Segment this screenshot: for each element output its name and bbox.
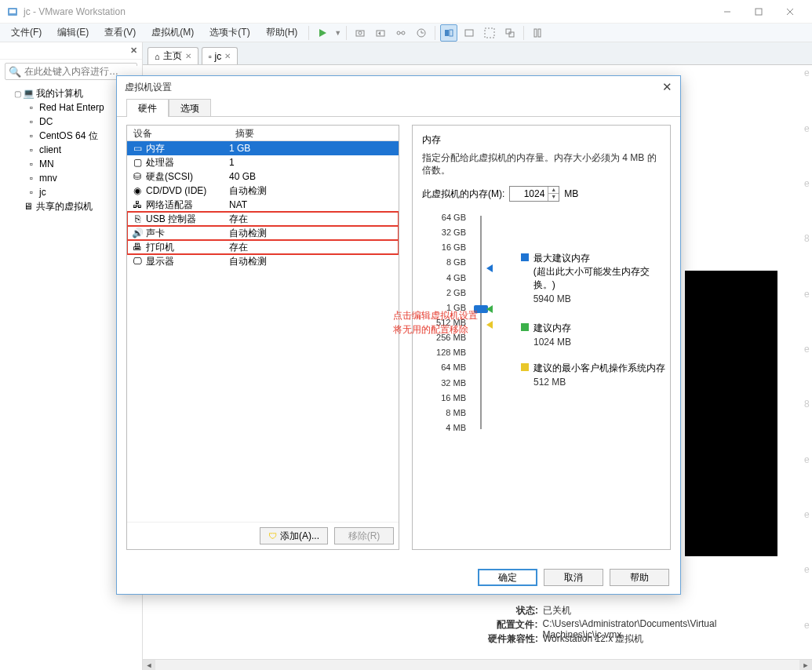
menu-view[interactable]: 查看(V)	[98, 24, 142, 41]
device-name: 显示器	[144, 255, 229, 268]
svg-point-8	[359, 31, 362, 35]
separator	[346, 26, 347, 40]
cancel-button[interactable]: 取消	[544, 569, 603, 586]
snapshot-icon[interactable]	[351, 24, 369, 42]
tab-label: 主页	[163, 49, 182, 63]
dialog-title: 虚拟机设置	[125, 81, 172, 94]
cd-icon: ◉	[130, 185, 144, 196]
play-dropdown-icon[interactable]: ▼	[334, 29, 341, 37]
fullscreen-icon[interactable]	[481, 24, 498, 42]
device-summary: 自动检测	[229, 227, 399, 240]
svg-rect-21	[506, 29, 511, 34]
minimize-button[interactable]	[712, 2, 743, 21]
manage-snapshot-icon[interactable]	[392, 24, 410, 42]
device-name: 声卡	[144, 227, 229, 240]
legend-label: 建议的最小客户机操作系统内存	[533, 362, 665, 375]
square-icon	[521, 363, 529, 371]
remove-button[interactable]: 移除(R)	[334, 527, 394, 544]
net-icon: 🖧	[130, 199, 144, 210]
device-summary: 1 GB	[229, 143, 399, 154]
memory-slider[interactable]: 64 GB32 GB16 GB8 GB4 GB2 GB1 GB512 MB256…	[425, 213, 661, 432]
scale-label: 64 GB	[442, 213, 466, 222]
hardware-row-hdd[interactable]: ⛁硬盘(SCSI)40 GB	[127, 169, 399, 184]
titlebar: jc - VMware Workstation	[0, 0, 812, 24]
usb-icon: ⎘	[130, 213, 144, 224]
memory-spinner[interactable]: ▲▼	[509, 186, 559, 202]
scale-label: 8 MB	[446, 408, 466, 417]
hardware-list[interactable]: ▭内存1 GB▢处理器1⛁硬盘(SCSI)40 GB◉CD/DVD (IDE)自…	[127, 141, 399, 522]
svg-point-11	[397, 31, 400, 35]
hardware-row-usb[interactable]: ⎘USB 控制器存在	[127, 212, 399, 226]
memory-input-row: 此虚拟机的内存(M): ▲▼ MB	[422, 186, 661, 202]
hardware-row-mem[interactable]: ▭内存1 GB	[127, 141, 399, 155]
close-button[interactable]	[774, 2, 806, 21]
ok-button[interactable]: 确定	[478, 569, 537, 586]
spin-down-icon[interactable]: ▼	[548, 194, 559, 201]
hardware-row-cd[interactable]: ◉CD/DVD (IDE)自动检测	[127, 184, 399, 198]
menu-tabs[interactable]: 选项卡(T)	[203, 24, 256, 41]
unity-icon[interactable]	[501, 24, 519, 42]
status-value: Workstation 12.x 虚拟机	[543, 632, 643, 646]
library-icon[interactable]	[529, 24, 546, 42]
status-label: 硬件兼容性:	[480, 632, 543, 646]
shield-icon: 🛡	[268, 531, 277, 541]
scale-label: 1 GB	[446, 303, 466, 312]
maximize-button[interactable]	[743, 2, 774, 21]
add-button[interactable]: 🛡添加(A)...	[260, 527, 328, 544]
disp-icon: 🖵	[130, 256, 144, 267]
menu-edit[interactable]: 编辑(E)	[51, 24, 95, 41]
menubar: 文件(F) 编辑(E) 查看(V) 虚拟机(M) 选项卡(T) 帮助(H) ▼	[0, 24, 812, 42]
status-value: C:\Users\Administrator\Documents\Virtual…	[542, 618, 796, 632]
dialog-close-icon[interactable]: ✕	[662, 80, 672, 94]
spin-up-icon[interactable]: ▲	[548, 187, 559, 194]
device-name: 打印机	[144, 241, 229, 254]
status-label: 状态:	[480, 604, 543, 618]
view-console-icon[interactable]	[461, 24, 478, 42]
device-summary: 存在	[229, 241, 399, 254]
tree-label: jc	[39, 187, 46, 198]
svg-marker-6	[319, 29, 326, 37]
clock-icon[interactable]	[413, 24, 430, 42]
square-icon	[521, 323, 529, 331]
tab-jc[interactable]: ▫jc✕	[202, 47, 239, 64]
tab-home[interactable]: ⌂主页✕	[147, 47, 198, 64]
hardware-row-net[interactable]: 🖧网络适配器NAT	[127, 198, 399, 212]
sidebar-close-icon[interactable]: ✕	[130, 46, 137, 56]
menu-file[interactable]: 文件(F)	[5, 24, 48, 41]
vm-settings-dialog: 虚拟机设置 ✕ 硬件 选项 设备 摘要 ▭内存1 GB▢处理器1⛁硬盘(SCSI…	[116, 75, 681, 595]
device-name: 处理器	[144, 156, 229, 169]
scale-label: 2 GB	[446, 288, 466, 297]
vm-preview	[685, 271, 777, 556]
marker-min	[486, 321, 493, 330]
slider-track[interactable]	[469, 213, 493, 432]
hardware-row-prn[interactable]: 🖶打印机存在	[127, 240, 399, 254]
legend-label: 最大建议内存	[533, 252, 667, 265]
revert-icon[interactable]	[372, 24, 389, 42]
menu-vm[interactable]: 虚拟机(M)	[145, 24, 200, 41]
hardware-row-disp[interactable]: 🖵显示器自动检测	[127, 254, 399, 268]
view-thumbnail-icon[interactable]	[440, 24, 457, 42]
memory-scale: 64 GB32 GB16 GB8 GB4 GB2 GB1 GB512 MB256…	[425, 213, 469, 432]
hardware-row-snd[interactable]: 🔊声卡自动检测	[127, 226, 399, 240]
tab-hardware[interactable]: 硬件	[126, 99, 169, 117]
menu-help[interactable]: 帮助(H)	[260, 24, 304, 41]
mem-desc: 指定分配给此虚拟机的内存量。内存大小必须为 4 MB 的倍数。	[422, 151, 661, 177]
legend-value: 1024 MB	[533, 337, 571, 348]
memory-panel: 内存 指定分配给此虚拟机的内存量。内存大小必须为 4 MB 的倍数。 此虚拟机的…	[412, 125, 671, 550]
tab-close-icon[interactable]: ✕	[224, 52, 231, 60]
help-button[interactable]: 帮助	[610, 569, 669, 586]
tab-close-icon[interactable]: ✕	[185, 52, 191, 60]
status-value: 已关机	[543, 604, 571, 618]
scale-label: 512 MB	[436, 318, 466, 327]
horizontal-scrollbar[interactable]: ◄►	[143, 659, 812, 670]
hardware-list-panel: 设备 摘要 ▭内存1 GB▢处理器1⛁硬盘(SCSI)40 GB◉CD/DVD …	[126, 125, 399, 550]
scale-label: 256 MB	[436, 333, 466, 342]
memory-value-input[interactable]	[510, 188, 548, 199]
device-name: CD/DVD (IDE)	[144, 185, 229, 196]
play-icon[interactable]	[314, 24, 331, 42]
tree-label: client	[39, 144, 61, 155]
tab-options[interactable]: 选项	[169, 99, 211, 117]
svg-rect-3	[756, 9, 762, 15]
tab-strip: ⌂主页✕ ▫jc✕	[143, 42, 812, 64]
hardware-row-cpu[interactable]: ▢处理器1	[127, 155, 399, 169]
